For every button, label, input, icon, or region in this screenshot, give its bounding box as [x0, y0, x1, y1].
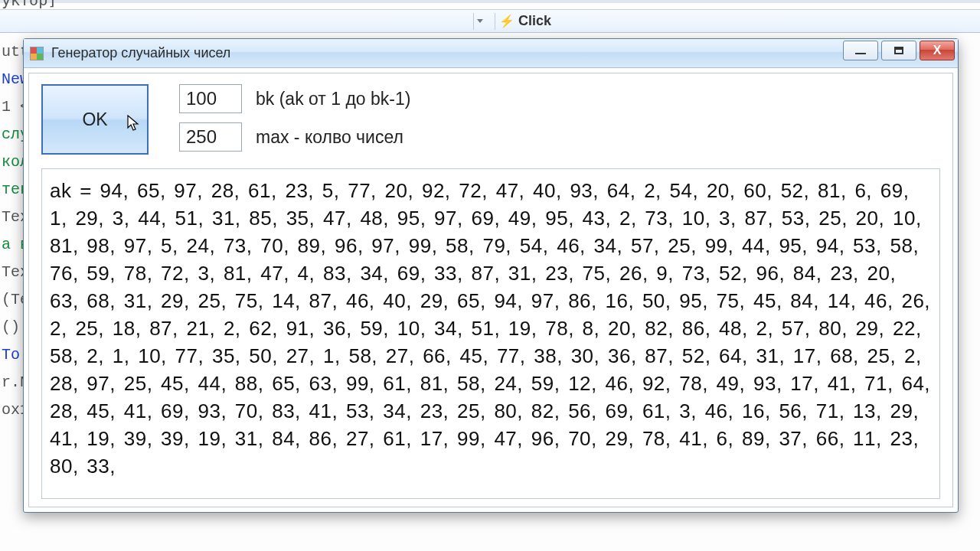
maximize-button[interactable]: [881, 41, 916, 60]
bk-input[interactable]: [179, 84, 242, 113]
window-title: Генератор случайных чисел: [51, 45, 843, 61]
inputs-column: bk (ak от 1 до bk-1) max - колво чисел: [179, 84, 410, 152]
ide-top-strip: [0, 0, 980, 3]
max-input[interactable]: [179, 122, 242, 152]
toolbar-dropdown[interactable]: [473, 13, 487, 30]
max-row: max - колво чисел: [179, 122, 410, 152]
maximize-icon: [894, 47, 903, 54]
controls-row: OK bk (ak от 1 до bk-1) max - колво чисе…: [41, 84, 940, 155]
bk-label: bk (ak от 1 до bk-1): [256, 89, 410, 109]
ide-tab-fragment: уктор]: [2, 0, 57, 9]
ide-toolbar: ⚡ Click: [0, 10, 980, 33]
ide-background: уктор] ⚡ Click uttNew1 <слуколтекTexа вT…: [0, 0, 980, 551]
bk-row: bk (ak от 1 до bk-1): [179, 84, 410, 113]
window-control-buttons: X: [843, 39, 958, 67]
minimize-button[interactable]: [843, 41, 878, 60]
toolbar-event-label[interactable]: Click: [518, 13, 551, 29]
ok-button[interactable]: OK: [41, 84, 149, 155]
toolbar-separator: [495, 13, 495, 30]
ok-button-label: OK: [82, 109, 107, 130]
chevron-down-icon: [477, 19, 483, 23]
max-label: max - колво чисел: [256, 127, 403, 148]
dialog-window: Генератор случайных чисел X OK bk: [23, 38, 959, 513]
app-icon: [30, 47, 44, 60]
close-button[interactable]: X: [920, 41, 955, 60]
output-textbox[interactable]: ak = 94, 65, 97, 28, 61, 23, 5, 77, 20, …: [41, 168, 940, 499]
titlebar[interactable]: Генератор случайных чисел X: [24, 39, 958, 68]
cursor-icon: [127, 115, 139, 132]
lightning-icon: ⚡: [500, 15, 514, 28]
minimize-icon: [855, 53, 866, 54]
client-area: OK bk (ak от 1 до bk-1) max - колво чисе…: [28, 73, 953, 507]
close-icon: X: [933, 44, 942, 57]
